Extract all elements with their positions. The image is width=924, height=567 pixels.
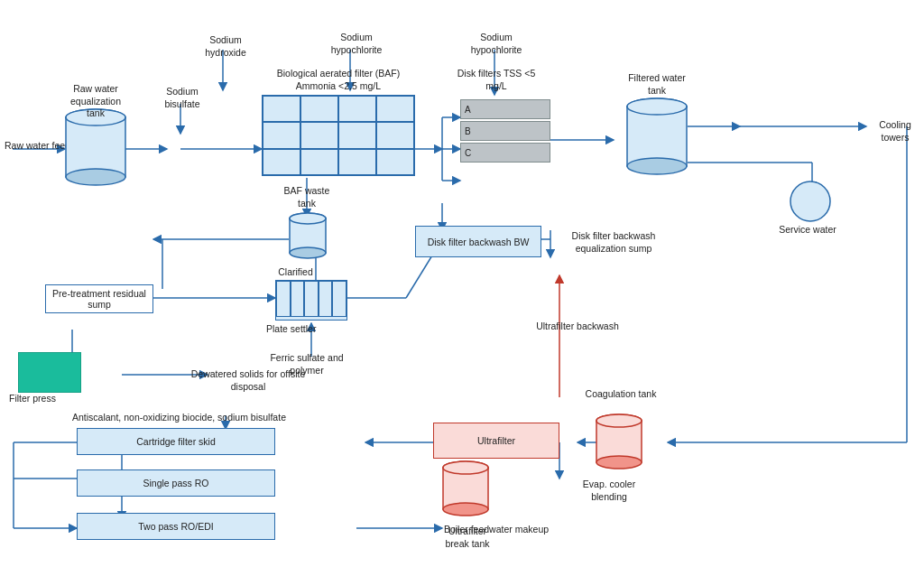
baf-cell: [263, 96, 300, 122]
ultrafilter-break-cylinder: [442, 460, 489, 524]
sodium-hypochlorite2-label: Sodium hypochlorite: [465, 32, 528, 56]
evap-cooler-label: Evap. cooler blending: [564, 479, 654, 503]
plate-settler-label: Plate settler: [266, 323, 316, 336]
raw-water-tank-cylinder: [65, 108, 126, 194]
baf-cell: [300, 122, 338, 148]
baf-cell: [376, 122, 414, 148]
sodium-hypochlorite1-label: Sodium hypochlorite: [325, 32, 388, 56]
disk-filter-bw-box: Disk filter backwash BW: [415, 226, 541, 257]
disk-row-c: C: [460, 143, 550, 163]
svg-point-62: [290, 213, 326, 224]
raw-water-feed-label: Raw water feed: [5, 140, 70, 153]
baf-cell: [338, 149, 376, 175]
disk-filter-eq-label: Disk filter backwash equalization sump: [555, 230, 672, 255]
filtered-water-tank-cylinder: [626, 98, 688, 183]
pretreatment-sump-box: Pre-treatment residual sump: [45, 284, 153, 313]
svg-point-52: [66, 169, 125, 185]
plate-cell: [319, 281, 333, 317]
filtered-water-tank-label: Filtered water tank: [626, 72, 688, 97]
baf-title-label: Biological aerated filter (BAF) Ammonia …: [257, 68, 420, 92]
svg-rect-55: [627, 107, 687, 166]
single-pass-ro-box: Single pass RO: [77, 469, 275, 497]
svg-point-57: [627, 98, 687, 115]
baf-cell: [300, 96, 338, 122]
plate-cell: [291, 281, 305, 317]
plate-settler: [275, 280, 347, 321]
baf-waste-label: BAF waste tank: [280, 185, 334, 209]
ultrafilter-box: Ultrafilter: [433, 423, 559, 459]
diagram: Raw water feed Raw water equalization ta…: [0, 0, 924, 567]
baf-cell: [263, 122, 300, 148]
disk-filters-group: A B C: [460, 99, 550, 163]
service-water-icon: [790, 181, 831, 222]
svg-point-70: [596, 414, 642, 427]
dewatered-solids-label: Dewatered solids for offsite disposal: [189, 368, 307, 393]
svg-point-66: [443, 461, 488, 474]
coagulation-tank-label: Coagulation tank: [585, 388, 657, 401]
filter-press-label: Filter press: [9, 393, 56, 405]
disk-row-a: A: [460, 99, 550, 119]
baf-cell: [376, 96, 414, 122]
svg-point-56: [627, 158, 687, 174]
baf-waste-cylinder: [289, 212, 327, 266]
boiler-feedwater-label: Boiler feedwater makeup: [442, 524, 550, 536]
coagulation-tank-cylinder: [596, 414, 642, 477]
baf-filter: [262, 95, 415, 176]
raw-water-tank-label: Raw water equalization tank: [65, 83, 126, 120]
svg-point-65: [443, 503, 488, 516]
baf-cell: [338, 122, 376, 148]
plate-cell: [304, 281, 319, 317]
disk-row-b: B: [460, 121, 550, 141]
baf-cell: [376, 149, 414, 175]
cartridge-filter-box: Cartridge filter skid: [77, 428, 275, 455]
disk-filters-label: Disk filters TSS <5 mg/L: [456, 68, 537, 92]
plate-cell: [276, 281, 291, 317]
sodium-hydroxide-label: Sodium hydroxide: [199, 34, 253, 59]
plate-cell: [332, 281, 346, 317]
antiscalant-label: Antiscalant, non-oxidizing biocide, sodi…: [72, 412, 361, 424]
ultrafilter-backwash-label: Ultrafilter backwash: [532, 321, 623, 333]
sodium-bisulfate-label: Sodium bisulfate: [155, 86, 209, 110]
svg-point-61: [290, 247, 326, 258]
svg-point-58: [790, 181, 830, 221]
filter-press-shape: [18, 352, 81, 393]
baf-cell: [338, 96, 376, 122]
baf-cell: [263, 149, 300, 175]
service-water-label: Service water: [776, 224, 839, 237]
baf-cell: [300, 149, 338, 175]
svg-rect-51: [66, 117, 125, 177]
svg-point-69: [596, 456, 642, 469]
cooling-towers-label: Cooling towers: [866, 119, 924, 144]
two-pass-ro-box: Two pass RO/EDI: [77, 513, 275, 540]
